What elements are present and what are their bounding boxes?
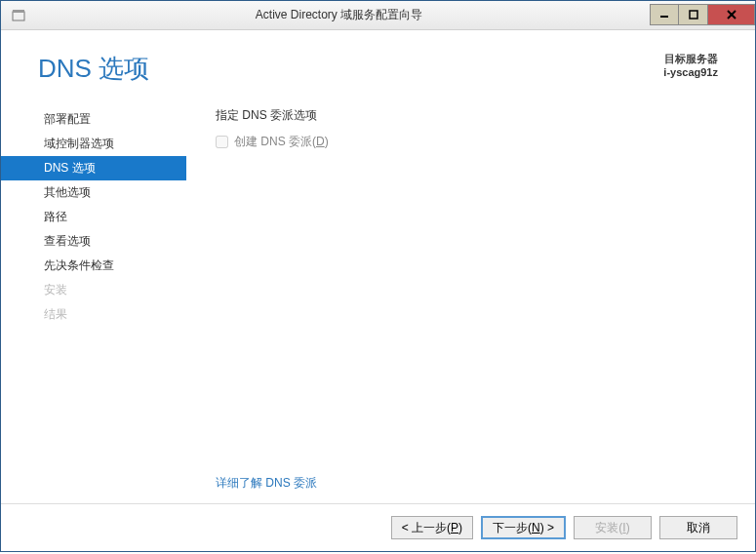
target-server-info: 目标服务器 i-yscag91z bbox=[663, 52, 718, 78]
learn-more-link[interactable]: 详细了解 DNS 委派 bbox=[216, 475, 736, 492]
cancel-button[interactable]: 取消 bbox=[659, 516, 737, 539]
svg-rect-0 bbox=[13, 12, 24, 20]
sidebar: 部署配置域控制器选项DNS 选项其他选项路径查看选项先决条件检查安装结果 bbox=[1, 103, 186, 503]
maximize-button[interactable] bbox=[679, 4, 708, 25]
sidebar-item-5[interactable]: 查看选项 bbox=[1, 229, 186, 254]
sidebar-item-7: 安装 bbox=[1, 278, 186, 302]
main-area: 部署配置域控制器选项DNS 选项其他选项路径查看选项先决条件检查安装结果 指定 … bbox=[1, 86, 755, 503]
section-label: 指定 DNS 委派选项 bbox=[216, 107, 736, 124]
close-button[interactable] bbox=[708, 4, 755, 25]
next-button[interactable]: 下一步(N) > bbox=[481, 516, 566, 539]
sidebar-item-2[interactable]: DNS 选项 bbox=[1, 156, 186, 180]
header-row: DNS 选项 目标服务器 i-yscag91z bbox=[1, 30, 755, 86]
window-title: Active Directory 域服务配置向导 bbox=[28, 7, 650, 23]
titlebar: Active Directory 域服务配置向导 bbox=[1, 1, 755, 30]
svg-rect-3 bbox=[690, 11, 697, 19]
window-controls bbox=[650, 5, 755, 25]
app-icon bbox=[9, 6, 28, 25]
create-dns-delegation-checkbox[interactable] bbox=[216, 136, 228, 148]
page-title: DNS 选项 bbox=[38, 52, 149, 86]
sidebar-item-1[interactable]: 域控制器选项 bbox=[1, 132, 186, 156]
button-bar: < 上一步(P) 下一步(N) > 安装(I) 取消 bbox=[1, 503, 755, 551]
sidebar-item-3[interactable]: 其他选项 bbox=[1, 180, 186, 205]
create-dns-delegation-label: 创建 DNS 委派(D) bbox=[234, 134, 329, 150]
install-button[interactable]: 安装(I) bbox=[574, 516, 652, 539]
target-server-label: 目标服务器 bbox=[663, 52, 718, 66]
previous-button[interactable]: < 上一步(P) bbox=[391, 516, 473, 539]
content-area: DNS 选项 目标服务器 i-yscag91z 部署配置域控制器选项DNS 选项… bbox=[1, 30, 755, 551]
target-server-name: i-yscag91z bbox=[663, 66, 718, 78]
main-panel: 指定 DNS 委派选项 创建 DNS 委派(D) 详细了解 DNS 委派 bbox=[186, 103, 755, 503]
sidebar-item-6[interactable]: 先决条件检查 bbox=[1, 254, 186, 278]
sidebar-item-8: 结果 bbox=[1, 302, 186, 327]
sidebar-item-0[interactable]: 部署配置 bbox=[1, 107, 186, 132]
sidebar-item-4[interactable]: 路径 bbox=[1, 205, 186, 229]
svg-rect-1 bbox=[13, 10, 24, 13]
minimize-button[interactable] bbox=[650, 4, 679, 25]
create-dns-delegation-row: 创建 DNS 委派(D) bbox=[216, 134, 736, 150]
